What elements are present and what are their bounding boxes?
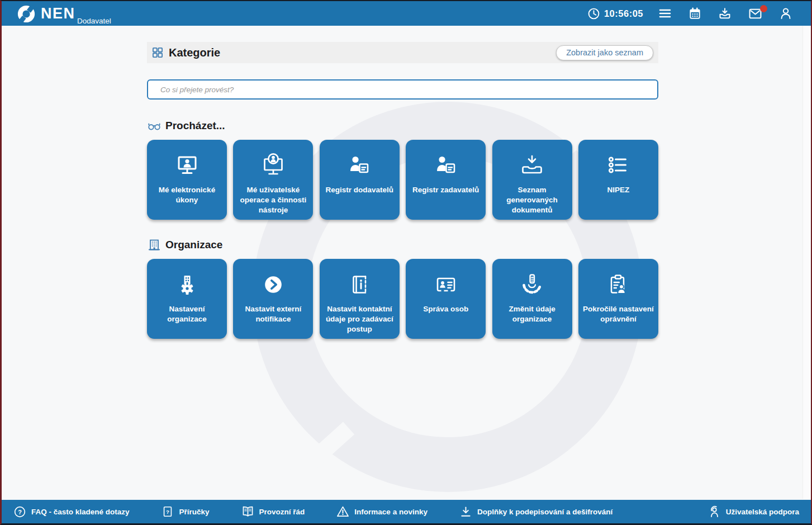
svg-text:?: ? [166, 509, 169, 515]
tile-zmenit-udaje-organizace[interactable]: Změnit údaje organizace [492, 259, 572, 339]
user-document-icon [346, 150, 373, 180]
brand-name: NEN [41, 6, 75, 21]
tile-seznam-generovanych-dokumentu[interactable]: Seznam generovaných dokumentů [492, 140, 572, 220]
tool-gear-icon [519, 269, 545, 299]
nen-portal-window: NEN Dodavatel 10:56:05 [0, 0, 812, 525]
clipboard-user-icon [605, 269, 631, 299]
server-time: 10:56:05 [604, 8, 643, 19]
menu-icon [658, 7, 672, 20]
main-area: Kategorie Zobrazit jako seznam Procháze [2, 26, 811, 499]
footer-user-support-link[interactable]: Uživatelská podpora [708, 505, 799, 518]
building-icon [148, 238, 161, 252]
tile-nastavit-kontaktni-udaje[interactable]: Nastavit kontaktní údaje pro zadávací po… [320, 259, 400, 339]
monitor-user-icon [174, 150, 201, 180]
question-square-icon: ? [162, 505, 174, 518]
tile-pokrocile-nastaveni-opravneni[interactable]: Pokročilé nastavení oprávnění [578, 259, 658, 339]
building-gear-icon [174, 269, 201, 299]
chevron-circle-icon [260, 269, 287, 299]
brand-role-label: Dodavatel [77, 17, 111, 25]
glasses-icon [148, 119, 161, 133]
brand[interactable]: NEN Dodavatel [2, 1, 75, 26]
svg-text:?: ? [18, 508, 22, 515]
info-book-icon [346, 269, 373, 299]
question-circle-icon: ? [13, 505, 26, 518]
messages-button[interactable] [740, 1, 771, 26]
inbox-download-icon [718, 7, 732, 20]
user-icon [779, 7, 792, 20]
browse-section-header: Procházet... [148, 119, 658, 133]
support-person-icon [708, 505, 721, 518]
browse-section-title: Procházet... [165, 120, 225, 132]
download-tray-icon [519, 150, 545, 180]
tile-me-uzivatelske-operace[interactable]: Mé uživatelské operace a činnosti nástro… [233, 140, 313, 220]
tile-registr-zadavatelu[interactable]: Registr zadavatelů [406, 140, 486, 220]
footer-operating-rules-link[interactable]: Provozní řád [241, 505, 305, 518]
footer-manuals-link[interactable]: ? Příručky [162, 505, 210, 518]
menu-button[interactable] [650, 1, 680, 26]
page-title: Kategorie [169, 46, 220, 59]
bulleted-list-icon [605, 150, 631, 180]
id-card-icon [433, 269, 459, 299]
tile-sprava-osob[interactable]: Správa osob [406, 259, 486, 339]
top-bar: NEN Dodavatel 10:56:05 [2, 1, 811, 26]
downloads-button[interactable] [710, 1, 740, 26]
scrollbar-track[interactable] [802, 26, 811, 499]
footer-faq-link[interactable]: ? FAQ - často kladené dotazy [13, 505, 130, 518]
calendar-button[interactable] [680, 1, 710, 26]
warning-triangle-icon [336, 505, 349, 518]
nen-logo-icon [17, 4, 36, 23]
organization-section-header: Organizace [148, 238, 658, 252]
clock-button[interactable] [579, 1, 609, 26]
profile-button[interactable] [771, 1, 801, 26]
grid-icon [151, 46, 164, 59]
download-icon [459, 505, 472, 518]
tile-nastavit-externi-notifikace[interactable]: Nastavit externí notifikace [233, 259, 313, 339]
tile-nastaveni-organizace[interactable]: Nastavení organizace [147, 259, 227, 339]
unread-badge [760, 5, 767, 12]
footer-news-link[interactable]: Informace a novinky [336, 505, 428, 518]
browse-tiles: Mé elektronické úkony Mé uživatelské ope… [147, 140, 658, 220]
calendar-icon [688, 7, 701, 20]
organization-section-title: Organizace [165, 239, 222, 251]
clock-icon [587, 7, 600, 20]
view-as-list-button[interactable]: Zobrazit jako seznam [556, 45, 653, 60]
category-header-bar: Kategorie Zobrazit jako seznam [147, 42, 658, 63]
tile-nipez[interactable]: NIPEZ [578, 140, 658, 220]
user-document-icon [433, 150, 459, 180]
footer-signing-addons-link[interactable]: Doplňky k podepisování a dešifrování [459, 505, 612, 518]
organization-tiles: Nastavení organizace Nastavit externí no… [147, 259, 658, 339]
tile-registr-dodavatelu[interactable]: Registr dodavatelů [320, 140, 400, 220]
monitor-profile-icon [260, 150, 287, 180]
footer-bar: ? FAQ - často kladené dotazy ? Příručky [2, 500, 811, 523]
open-book-icon [241, 505, 254, 518]
action-search-input[interactable] [147, 79, 658, 100]
tile-me-elektronicke-ukony[interactable]: Mé elektronické úkony [147, 140, 227, 220]
